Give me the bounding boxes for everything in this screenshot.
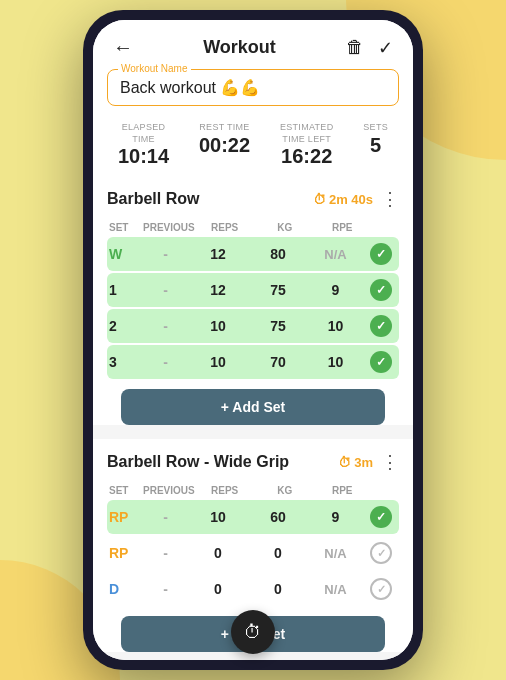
exercise-header-0: Barbell Row ⏱ 2m 40s ⋮ <box>107 188 399 210</box>
col-rpe-1: RPE <box>315 485 370 496</box>
cell-kg[interactable]: 75 <box>248 315 308 337</box>
check-icon: ✓ <box>370 351 392 373</box>
exercise-meta-1: ⏱ 3m ⋮ <box>338 451 399 473</box>
confirm-icon[interactable]: ✓ <box>378 37 393 59</box>
rest-label: REST TIME <box>199 122 249 134</box>
sets-stat: SETS 5 <box>363 122 388 168</box>
col-reps-1: REPS <box>195 485 255 496</box>
cell-reps[interactable]: 10 <box>188 506 248 528</box>
stats-row: ELAPSEDTIME 10:14 REST TIME 00:22 ESTIMA… <box>93 116 413 176</box>
cell-reps[interactable]: 12 <box>188 243 248 265</box>
workout-name-label: Workout Name <box>118 63 191 74</box>
elapsed-time-stat: ELAPSEDTIME 10:14 <box>118 122 169 168</box>
sets-value: 5 <box>370 134 381 157</box>
check-outline-icon: ✓ <box>370 542 392 564</box>
col-prev-1: PREVIOUS <box>143 485 195 496</box>
col-kg-0: KG <box>255 222 315 233</box>
cell-kg[interactable]: 0 <box>248 542 308 564</box>
add-set-button-0[interactable]: + Add Set <box>121 389 385 425</box>
cell-set: D <box>107 578 143 600</box>
check-icon: ✓ <box>370 279 392 301</box>
timer-icon-1: ⏱ <box>338 455 351 470</box>
cell-rpe[interactable]: 10 <box>308 351 363 373</box>
cell-kg[interactable]: 70 <box>248 351 308 373</box>
exercise-name-1: Barbell Row - Wide Grip <box>107 453 289 471</box>
check-icon: ✓ <box>370 315 392 337</box>
table-header-1: SET PREVIOUS REPS KG RPE <box>107 481 399 500</box>
exercise-block-0: Barbell Row ⏱ 2m 40s ⋮ SET PREVIOUS REPS <box>93 176 413 425</box>
cell-reps[interactable]: 0 <box>188 542 248 564</box>
more-menu-1[interactable]: ⋮ <box>381 451 399 473</box>
cell-rpe: N/A <box>308 542 363 564</box>
workout-name-field[interactable]: Workout Name Back workout 💪💪 <box>107 69 399 106</box>
cell-rpe[interactable]: 10 <box>308 315 363 337</box>
page-title: Workout <box>203 37 276 58</box>
cell-prev: - <box>143 279 188 301</box>
cell-prev: - <box>143 542 188 564</box>
table-row: RP - 0 0 N/A ✓ <box>107 536 399 570</box>
cell-prev: - <box>143 506 188 528</box>
table-row: RP - 10 60 9 ✓ <box>107 500 399 534</box>
cell-kg[interactable]: 80 <box>248 243 308 265</box>
cell-rpe[interactable]: 9 <box>308 279 363 301</box>
cell-reps[interactable]: 0 <box>188 578 248 600</box>
cell-set: 1 <box>107 279 143 301</box>
col-reps-0: REPS <box>195 222 255 233</box>
rest-value: 00:22 <box>199 134 250 157</box>
cell-check[interactable]: ✓ <box>363 315 399 337</box>
exercise-name-0: Barbell Row <box>107 190 199 208</box>
col-set-0: SET <box>107 222 143 233</box>
cell-set: RP <box>107 542 143 564</box>
rest-time-stat: REST TIME 00:22 <box>199 122 250 168</box>
cell-set: 2 <box>107 315 143 337</box>
table-header-0: SET PREVIOUS REPS KG RPE <box>107 218 399 237</box>
col-check-0 <box>370 222 406 233</box>
col-set-1: SET <box>107 485 143 496</box>
cell-prev: - <box>143 315 188 337</box>
sets-label: SETS <box>363 122 388 134</box>
table-row: 3 - 10 70 10 ✓ <box>107 345 399 379</box>
elapsed-value: 10:14 <box>118 145 169 168</box>
cell-reps[interactable]: 10 <box>188 315 248 337</box>
cell-prev: - <box>143 351 188 373</box>
cell-kg[interactable]: 75 <box>248 279 308 301</box>
cell-check[interactable]: ✓ <box>363 542 399 564</box>
cell-set: 3 <box>107 351 143 373</box>
cell-rpe: N/A <box>308 243 363 265</box>
cell-prev: - <box>143 578 188 600</box>
elapsed-label: ELAPSEDTIME <box>122 122 166 145</box>
cell-check[interactable]: ✓ <box>363 578 399 600</box>
rest-time-0[interactable]: ⏱ 2m 40s <box>313 192 373 207</box>
cell-check[interactable]: ✓ <box>363 506 399 528</box>
check-outline-icon: ✓ <box>370 578 392 600</box>
estimated-value: 16:22 <box>281 145 332 168</box>
cell-reps[interactable]: 10 <box>188 351 248 373</box>
table-row: 2 - 10 75 10 ✓ <box>107 309 399 343</box>
col-check-1 <box>370 485 406 496</box>
back-button[interactable]: ← <box>113 36 133 59</box>
workout-name-value: Back workout 💪💪 <box>120 78 386 97</box>
table-row: 1 - 12 75 9 ✓ <box>107 273 399 307</box>
col-kg-1: KG <box>255 485 315 496</box>
exercise-header-1: Barbell Row - Wide Grip ⏱ 3m ⋮ <box>107 451 399 473</box>
cell-check[interactable]: ✓ <box>363 243 399 265</box>
cell-check[interactable]: ✓ <box>363 279 399 301</box>
rest-time-1[interactable]: ⏱ 3m <box>338 455 373 470</box>
more-menu-0[interactable]: ⋮ <box>381 188 399 210</box>
col-rpe-0: RPE <box>315 222 370 233</box>
cell-set: RP <box>107 506 143 528</box>
delete-icon[interactable]: 🗑 <box>346 37 364 58</box>
cell-kg[interactable]: 0 <box>248 578 308 600</box>
set-table-0: SET PREVIOUS REPS KG RPE W - 12 80 N/A <box>107 218 399 379</box>
cell-reps[interactable]: 12 <box>188 279 248 301</box>
timer-fab[interactable]: ⏱ <box>231 610 275 654</box>
cell-check[interactable]: ✓ <box>363 351 399 373</box>
check-icon: ✓ <box>370 243 392 265</box>
app-header: ← Workout 🗑 ✓ <box>93 20 413 69</box>
cell-rpe[interactable]: 9 <box>308 506 363 528</box>
timer-icon-0: ⏱ <box>313 192 326 207</box>
cell-rpe: N/A <box>308 578 363 600</box>
table-row: W - 12 80 N/A ✓ <box>107 237 399 271</box>
estimated-label: ESTIMATEDTIME LEFT <box>280 122 334 145</box>
cell-kg[interactable]: 60 <box>248 506 308 528</box>
